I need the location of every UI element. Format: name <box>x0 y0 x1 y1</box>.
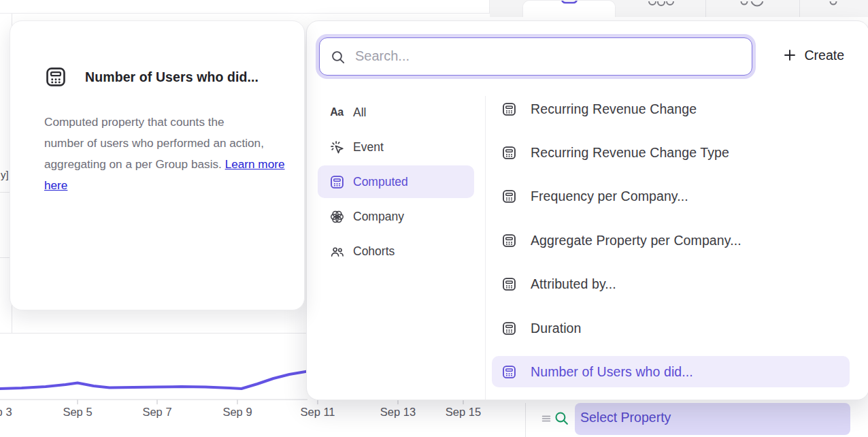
result-item[interactable]: Frequency per Company... <box>492 181 850 212</box>
calculator-icon <box>501 276 517 292</box>
category-list: AaAllEventComputedCompanyCohorts <box>318 96 474 270</box>
calculator-icon <box>501 321 517 336</box>
result-label: Duration <box>531 321 582 336</box>
category-item-computed[interactable]: Computed <box>318 165 474 198</box>
result-item[interactable]: Attributed by... <box>492 269 850 300</box>
tab-bar <box>490 0 868 17</box>
top-bar <box>0 0 490 14</box>
x-axis-tick-label: Sep 9 <box>222 406 252 419</box>
x-axis-tick-label: Sep 7 <box>142 406 171 419</box>
category-label: Cohorts <box>353 244 395 259</box>
tooltip-title: Number of Users who did... <box>85 69 258 85</box>
search-input[interactable] <box>354 39 741 72</box>
cohorts-icon <box>329 243 345 259</box>
category-label: Computed <box>353 175 408 189</box>
property-picker-popup: Create AaAllEventComputedCompanyCohorts … <box>306 20 868 400</box>
result-label: Recurring Revenue Change Type <box>531 145 729 161</box>
tab-divider <box>705 0 706 17</box>
app-window: y] Sep 3Sep 5Sep 7Sep 9Sep 11Sep 13Sep 1… <box>0 0 868 437</box>
calculator-icon <box>501 364 517 380</box>
tab-divider <box>799 0 800 17</box>
company-icon <box>645 1 678 10</box>
x-axis-tick-label: Sep 5 <box>63 406 92 419</box>
picker-divider <box>485 96 486 400</box>
search-box <box>319 37 752 76</box>
result-label: Number of Users who did... <box>531 364 693 380</box>
property-tooltip-card: Number of Users who did... Computed prop… <box>10 20 305 310</box>
calculator-icon <box>329 174 345 190</box>
result-item[interactable]: Aggregate Property per Company... <box>492 225 850 256</box>
category-item-company[interactable]: Company <box>318 200 474 233</box>
tab-user[interactable] <box>823 0 844 17</box>
calculator-icon <box>559 0 580 5</box>
x-axis-tick-label: Sep 11 <box>300 406 335 419</box>
user-icon <box>823 1 844 10</box>
result-item[interactable]: Recurring Revenue Change Type <box>492 137 850 168</box>
tab-company[interactable] <box>645 0 678 17</box>
x-axis-tick-label: Sep 15 <box>446 406 481 419</box>
calculator-icon <box>501 189 517 204</box>
create-button-label: Create <box>804 48 844 63</box>
tab-user-activity[interactable] <box>739 0 769 17</box>
category-item-all[interactable]: AaAll <box>318 96 474 129</box>
user-sync-icon <box>739 1 769 10</box>
category-label: Company <box>353 210 404 224</box>
result-item[interactable]: Duration <box>492 312 850 344</box>
category-item-event[interactable]: Event <box>318 131 474 163</box>
query-panel-divider <box>525 403 526 437</box>
result-label: Aggregate Property per Company... <box>531 233 741 248</box>
tooltip-description: Computed property that counts the number… <box>44 112 295 196</box>
drag-handle-icon[interactable] <box>541 413 552 424</box>
plus-icon <box>782 47 798 63</box>
search-icon <box>330 49 346 65</box>
query-text-fragment: y] <box>1 169 9 180</box>
company-icon <box>329 208 345 225</box>
result-item[interactable]: Number of Users who did... <box>492 356 850 387</box>
category-item-cohorts[interactable]: Cohorts <box>318 235 474 268</box>
calculator-icon <box>44 65 67 88</box>
result-item[interactable]: Recurring Revenue Change <box>492 93 850 125</box>
chart-card-divider <box>0 333 306 334</box>
calculator-icon <box>501 145 517 161</box>
text-icon: Aa <box>329 104 345 120</box>
result-label: Attributed by... <box>531 276 616 292</box>
calculator-icon <box>501 233 517 248</box>
calculator-icon <box>501 101 517 117</box>
x-axis-tick-label: Sep 13 <box>380 406 416 419</box>
search-icon <box>553 410 570 427</box>
tab-computed-property[interactable] <box>522 0 616 17</box>
category-label: All <box>353 106 366 120</box>
cursor-click-icon <box>329 139 345 155</box>
create-button[interactable]: Create <box>782 47 844 63</box>
select-property-label[interactable]: Select Property <box>580 410 671 425</box>
result-label: Frequency per Company... <box>531 189 688 204</box>
category-label: Event <box>353 140 384 155</box>
result-label: Recurring Revenue Change <box>531 101 697 117</box>
x-axis-tick-label: Sep 3 <box>0 406 12 419</box>
